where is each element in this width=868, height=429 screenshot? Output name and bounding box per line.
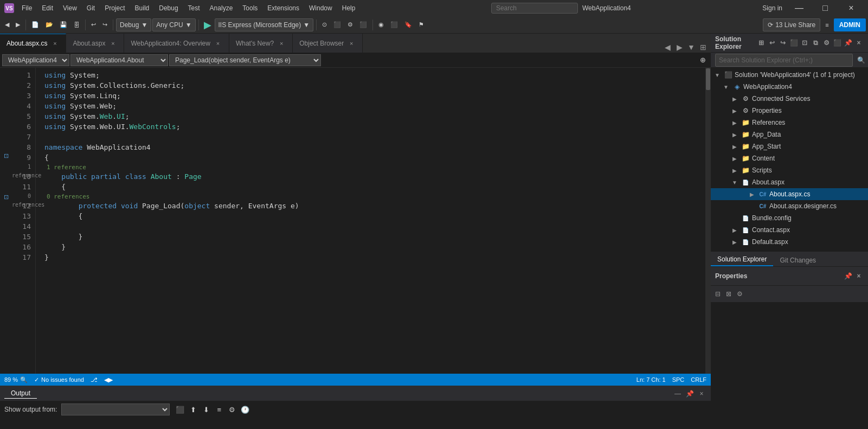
se-search-input[interactable]: Search Solution Explorer (Ctrl+;) — [715, 54, 853, 67]
tree-about-aspx[interactable]: ▼ 📄 About.aspx — [711, 176, 868, 188]
forward-button[interactable]: ▶ — [13, 18, 23, 31]
menu-window[interactable]: Window — [305, 3, 337, 13]
class-dropdown[interactable]: WebApplication4.About — [70, 54, 168, 66]
maximize-button[interactable]: □ — [813, 0, 838, 16]
toolbar-btn-7[interactable]: 🔖 — [402, 18, 415, 31]
tree-project[interactable]: ▼ ◈ WebApplication4 — [711, 81, 868, 93]
sign-in-button[interactable]: Sign in — [762, 4, 782, 12]
admin-button[interactable]: ADMIN — [834, 18, 866, 31]
contact-expand[interactable]: ▶ — [730, 226, 739, 234]
tree-app-start[interactable]: ▶ 📁 App_Start — [711, 140, 868, 152]
new-project-button[interactable]: 📄 — [29, 18, 42, 31]
status-zoom[interactable]: 89 % 🔍 — [4, 376, 28, 383]
tab-scroll-left[interactable]: ◀ — [662, 42, 673, 53]
redo-button[interactable]: ↪ — [100, 18, 110, 31]
tree-default[interactable]: ▶ 📄 Default.aspx — [711, 236, 868, 248]
tree-contact[interactable]: ▶ 📄 Contact.aspx — [711, 224, 868, 236]
tab-close-1[interactable]: × — [108, 39, 117, 48]
status-git[interactable]: ⎇ — [91, 376, 98, 383]
minimize-button[interactable]: — — [787, 0, 812, 16]
menu-project[interactable]: Project — [100, 3, 129, 13]
menu-view[interactable]: View — [59, 3, 81, 13]
editor-scrollbar[interactable] — [705, 68, 711, 374]
scripts-expand[interactable]: ▶ — [730, 166, 739, 175]
tab-pin[interactable]: ⊞ — [698, 42, 709, 53]
menu-tools[interactable]: Tools — [238, 3, 262, 13]
platform-dropdown[interactable]: Any CPU ▼ — [152, 18, 195, 31]
se-btn-7[interactable]: ⚙ — [821, 38, 831, 48]
se-btn-8[interactable]: ⬛ — [832, 38, 842, 48]
tree-scripts[interactable]: ▶ 📁 Scripts — [711, 164, 868, 176]
tab-overview[interactable]: WebApplication4: Overview × — [124, 34, 229, 53]
output-minimize-btn[interactable]: — — [673, 389, 683, 399]
undo-button[interactable]: ↩ — [88, 18, 99, 31]
props-grid-btn[interactable]: ⊟ — [713, 289, 723, 299]
toolbar-btn-3[interactable]: ⚙ — [345, 18, 356, 31]
se-tab-explorer[interactable]: Solution Explorer — [711, 253, 773, 266]
tab-dropdown[interactable]: ▼ — [686, 42, 697, 53]
add-member-btn[interactable]: ⊕ — [697, 54, 709, 66]
save-all-button[interactable]: 🗄 — [71, 18, 82, 31]
tab-close-3[interactable]: × — [277, 39, 286, 48]
default-expand[interactable]: ▶ — [730, 238, 739, 246]
menu-git[interactable]: Git — [82, 3, 99, 13]
tab-object-browser[interactable]: Object Browser × — [293, 34, 363, 53]
output-pin-btn[interactable]: 📌 — [685, 389, 695, 399]
appstart-expand[interactable]: ▶ — [730, 142, 739, 151]
about-cs-expand[interactable]: ▶ — [748, 190, 756, 199]
status-line-col[interactable]: Ln: 7 Ch: 1 — [636, 376, 666, 383]
live-share-button[interactable]: ⟳ 13 Live Share — [763, 18, 820, 31]
menu-edit[interactable]: Edit — [37, 3, 57, 13]
menu-debug[interactable]: Debug — [155, 3, 182, 13]
toolbar-btn-8[interactable]: ⚑ — [416, 18, 427, 31]
about-aspx-expand[interactable]: ▼ — [730, 178, 739, 187]
title-search-input[interactable] — [491, 3, 578, 14]
appdata-expand[interactable]: ▶ — [730, 130, 739, 139]
config-dropdown[interactable]: Debug ▼ — [116, 18, 151, 31]
se-tab-git[interactable]: Git Changes — [773, 254, 822, 266]
se-close-btn[interactable]: × — [854, 38, 864, 48]
props-pin-btn[interactable]: 📌 — [843, 271, 853, 281]
props-close-btn[interactable]: × — [854, 271, 864, 281]
se-btn-4[interactable]: ⬛ — [789, 38, 799, 48]
tree-app-data[interactable]: ▶ 📁 App_Data — [711, 129, 868, 140]
tab-about-aspx-cs[interactable]: About.aspx.cs × — [0, 34, 66, 53]
tab-close-4[interactable]: × — [347, 39, 356, 48]
props-sort-btn[interactable]: ⊠ — [724, 289, 734, 299]
status-no-issues[interactable]: ✓ No issues found — [34, 376, 84, 383]
output-btn-1[interactable]: ⬛ — [174, 404, 186, 415]
output-source-select[interactable] — [61, 404, 170, 415]
tab-close-0[interactable]: × — [50, 39, 59, 48]
tab-scroll-right[interactable]: ▶ — [674, 42, 685, 53]
refs-expand[interactable]: ▶ — [730, 118, 739, 127]
output-btn-2[interactable]: ⬆ — [187, 404, 199, 415]
output-btn-5[interactable]: ⚙ — [226, 404, 238, 415]
project-expand[interactable]: ▼ — [722, 82, 730, 91]
se-btn-3[interactable]: ↪ — [778, 38, 788, 48]
toolbar-btn-2[interactable]: ⬛ — [331, 18, 344, 31]
project-dropdown[interactable]: WebApplication4 — [2, 54, 69, 66]
tree-content[interactable]: ▶ 📁 Content — [711, 152, 868, 164]
close-button[interactable]: × — [839, 0, 864, 16]
code-content[interactable]: using System; using System.Collections.G… — [36, 68, 705, 374]
output-close-btn[interactable]: × — [697, 389, 706, 399]
solution-expand[interactable]: ▼ — [713, 71, 722, 79]
menu-build[interactable]: Build — [131, 3, 154, 13]
se-btn-5[interactable]: ⊡ — [800, 38, 809, 48]
output-tab-output[interactable]: Output — [4, 388, 37, 399]
tree-connected-services[interactable]: ▶ ⚙ Connected Services — [711, 93, 868, 105]
status-nav[interactable]: ◀▶ — [104, 376, 113, 383]
content-expand[interactable]: ▶ — [730, 154, 739, 163]
tree-about-aspx-cs[interactable]: ▶ C# About.aspx.cs — [711, 188, 868, 200]
tab-close-2[interactable]: × — [214, 39, 222, 48]
run-target-dropdown[interactable]: IIS Express (Microsoft Edge) ▼ — [215, 18, 314, 31]
status-encoding[interactable]: SPC — [672, 376, 685, 383]
menu-test[interactable]: Test — [184, 3, 204, 13]
menu-analyze[interactable]: Analyze — [205, 3, 237, 13]
tree-properties[interactable]: ▶ ⚙ Properties — [711, 105, 868, 117]
output-btn-4[interactable]: ≡ — [213, 404, 225, 415]
tree-bundle-config[interactable]: ▶ 📄 Bundle.config — [711, 212, 868, 224]
output-btn-6[interactable]: 🕐 — [239, 404, 251, 415]
menu-help[interactable]: Help — [338, 3, 360, 13]
save-button[interactable]: 💾 — [57, 18, 70, 31]
